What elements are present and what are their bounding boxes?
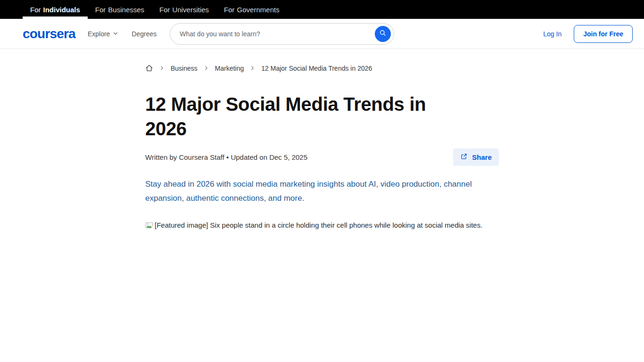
tab-label: Governments (237, 6, 280, 14)
search-bar (170, 23, 394, 45)
featured-image-alt-text: [Featured image] Six people stand in a c… (155, 221, 482, 229)
search-input[interactable] (180, 30, 371, 38)
breadcrumb: Business Marketing 12 Major Social Media… (145, 64, 644, 72)
home-icon[interactable] (145, 64, 153, 72)
tab-label: Businesses (108, 6, 144, 14)
audience-topbar: For Individuals For Businesses For Unive… (0, 0, 644, 19)
tab-label-prefix: For (95, 6, 106, 14)
search-button[interactable] (375, 26, 391, 42)
tab-for-governments[interactable]: For Governments (216, 0, 287, 19)
share-button-label: Share (472, 153, 492, 161)
tab-label-prefix: For (224, 6, 235, 14)
tab-label-prefix: For (30, 6, 41, 14)
broken-image-icon (145, 221, 153, 232)
coursera-logo[interactable]: coursera (23, 26, 75, 41)
search-icon (379, 29, 387, 38)
tab-for-businesses[interactable]: For Businesses (88, 0, 152, 19)
explore-menu[interactable]: Explore (88, 30, 118, 38)
breadcrumb-item-marketing[interactable]: Marketing (215, 65, 244, 72)
tab-label: Universities (173, 6, 209, 14)
article-lede: Stay ahead in 2026 with social media mar… (145, 177, 496, 206)
explore-label: Explore (88, 30, 110, 38)
chevron-right-icon (250, 66, 255, 71)
article-main: Business Marketing 12 Major Social Media… (0, 49, 644, 232)
breadcrumb-item-business[interactable]: Business (171, 65, 198, 72)
site-header: coursera Explore Degrees Log In Join for… (0, 19, 644, 49)
share-button[interactable]: Share (453, 148, 499, 166)
chevron-right-icon (204, 66, 209, 71)
chevron-right-icon (159, 66, 165, 71)
article-byline: Written by Coursera Staff • Updated on D… (145, 153, 307, 161)
breadcrumb-item-current: 12 Major Social Media Trends in 2026 (261, 65, 372, 72)
article-meta-row: Written by Coursera Staff • Updated on D… (145, 148, 499, 166)
tab-label-prefix: For (159, 6, 170, 14)
tab-for-universities[interactable]: For Universities (152, 0, 216, 19)
share-icon (460, 153, 468, 162)
degrees-link[interactable]: Degrees (132, 30, 157, 38)
join-for-free-button[interactable]: Join for Free (574, 25, 633, 43)
chevron-down-icon (113, 30, 118, 38)
tab-label: Individuals (43, 6, 80, 14)
tab-for-individuals[interactable]: For Individuals (23, 0, 88, 19)
page-title: 12 Major Social Media Trends in 2026 (145, 92, 471, 141)
log-in-link[interactable]: Log In (543, 30, 561, 38)
featured-image-broken: [Featured image] Six people stand in a c… (145, 220, 492, 232)
